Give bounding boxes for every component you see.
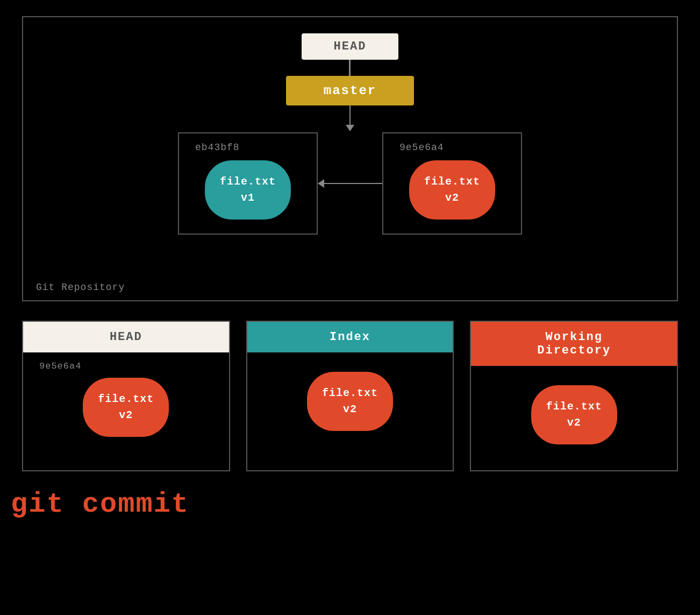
file-blob-previous-text: file.txtv1: [220, 174, 276, 206]
commit-arrow: [318, 179, 382, 188]
index-panel-body: file.txtv2: [247, 352, 453, 470]
head-label: HEAD: [334, 40, 367, 53]
git-repo-label: Git Repository: [36, 282, 125, 293]
head-connector-line: [349, 60, 351, 76]
commit-box-previous: eb43bf8 file.txtv1: [178, 132, 318, 235]
index-panel-title: Index: [330, 330, 370, 344]
master-label: master: [324, 83, 376, 98]
head-panel-title: HEAD: [110, 330, 142, 344]
commit-hash-current: 9e5e6a4: [399, 142, 444, 153]
head-box-top: HEAD: [302, 33, 399, 60]
commit-arrow-line: [324, 183, 382, 184]
head-panel-header: HEAD: [23, 322, 229, 352]
commit-box-current: 9e5e6a4 file.txtv2: [382, 132, 522, 235]
git-repository: HEAD master eb43bf8 file.txtv1 9e: [22, 16, 678, 301]
workdir-panel-header: WorkingDirectory: [471, 322, 677, 366]
git-commit-label: git commit: [11, 489, 667, 520]
master-box: master: [286, 76, 414, 105]
index-file-blob: file.txtv2: [307, 372, 393, 431]
workdir-file-blob-text: file.txtv2: [546, 399, 602, 431]
commit-arrow-head: [318, 179, 324, 188]
head-panel-hash: 9e5e6a4: [39, 361, 81, 371]
file-blob-current: file.txtv2: [409, 160, 495, 220]
workdir-panel-title: WorkingDirectory: [537, 330, 611, 357]
head-panel: HEAD 9e5e6a4 file.txtv2: [22, 321, 230, 471]
commits-row: eb43bf8 file.txtv1 9e5e6a4 file.txtv2: [178, 132, 522, 235]
index-panel-header: Index: [247, 322, 453, 352]
master-arrow: [346, 105, 354, 132]
master-arrow-line: [349, 105, 351, 125]
workdir-panel-body: file.txtv2: [471, 366, 677, 470]
head-panel-body: 9e5e6a4 file.txtv2: [23, 352, 229, 470]
head-file-blob-text: file.txtv2: [98, 391, 154, 423]
file-blob-previous: file.txtv1: [205, 160, 291, 220]
master-arrow-head: [346, 125, 354, 131]
head-file-blob: file.txtv2: [83, 378, 169, 437]
head-master-connector: HEAD master: [286, 33, 414, 105]
commit-hash-previous: eb43bf8: [195, 142, 240, 153]
bottom-section: HEAD 9e5e6a4 file.txtv2 Index file.txtv2: [22, 321, 678, 471]
workdir-file-blob: file.txtv2: [531, 385, 617, 444]
workdir-panel: WorkingDirectory file.txtv2: [470, 321, 678, 471]
index-panel: Index file.txtv2: [246, 321, 454, 471]
file-blob-current-text: file.txtv2: [424, 174, 480, 206]
index-file-blob-text: file.txtv2: [322, 385, 378, 418]
